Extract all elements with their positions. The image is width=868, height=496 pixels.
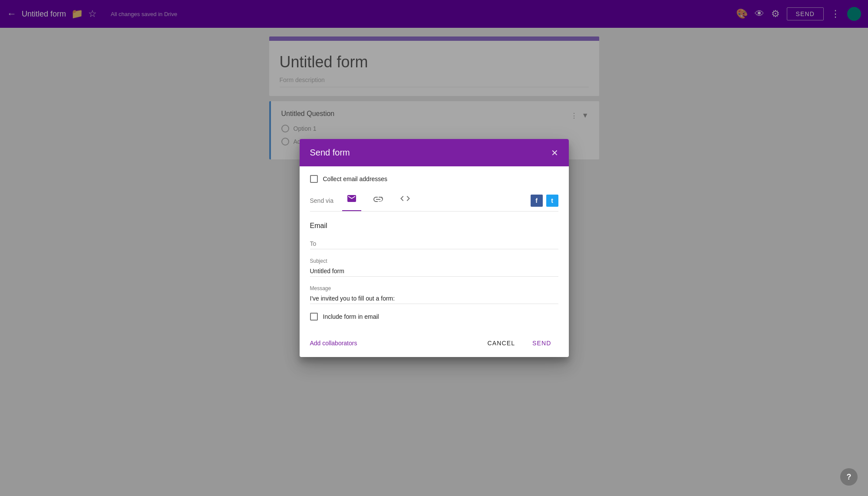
tab-embed[interactable] [395, 192, 415, 209]
subject-label: Subject [310, 258, 558, 264]
collect-email-row: Collect email addresses [310, 175, 558, 183]
include-form-label: Include form in email [323, 313, 379, 320]
message-field-group: Message [310, 285, 558, 304]
message-input[interactable] [310, 293, 558, 304]
include-form-checkbox[interactable] [310, 313, 318, 321]
include-form-row: Include form in email [310, 313, 558, 321]
to-input[interactable] [310, 238, 558, 249]
dialog-footer: Add collaborators CANCEL SEND [300, 331, 569, 357]
send-via-row: Send via [310, 192, 558, 212]
close-button[interactable]: ✕ [551, 149, 558, 157]
dialog-body: Collect email addresses Send via [300, 166, 569, 331]
send-button[interactable]: SEND [525, 336, 558, 350]
facebook-icon[interactable]: f [531, 195, 543, 207]
footer-actions: CANCEL SEND [481, 336, 558, 350]
add-collaborators-link[interactable]: Add collaborators [310, 340, 357, 347]
subject-input[interactable] [310, 266, 558, 277]
modal-overlay: Send form ✕ Collect email addresses Send… [0, 0, 868, 496]
dialog-header: Send form ✕ [300, 139, 569, 166]
collect-email-checkbox[interactable] [310, 175, 318, 183]
subject-field-group: Subject [310, 258, 558, 277]
twitter-icon[interactable]: t [546, 195, 558, 207]
dialog-title: Send form [310, 148, 350, 158]
send-via-tabs [342, 192, 531, 209]
email-section-title: Email [310, 222, 558, 230]
collect-email-label: Collect email addresses [323, 175, 388, 182]
message-label: Message [310, 285, 558, 291]
tab-email[interactable] [342, 192, 361, 209]
send-form-dialog: Send form ✕ Collect email addresses Send… [300, 139, 569, 357]
help-button[interactable]: ? [840, 468, 858, 486]
send-via-label: Send via [310, 197, 333, 204]
tab-link[interactable] [368, 192, 388, 209]
to-field-group [310, 238, 558, 249]
cancel-button[interactable]: CANCEL [481, 336, 522, 350]
send-via-social: f t [531, 195, 558, 207]
